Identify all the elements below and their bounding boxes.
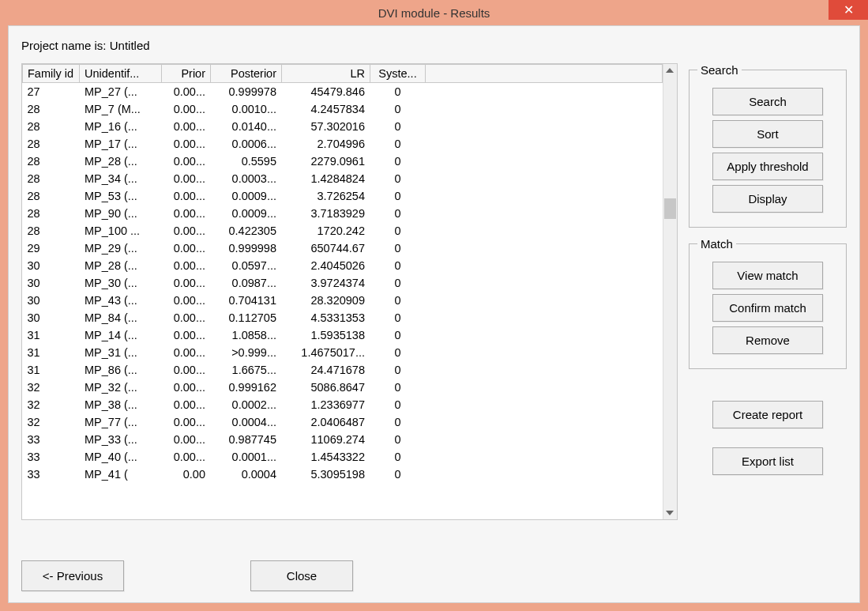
cell-prior: 0.00... [162,326,211,344]
cell-posterior: 0.0009... [211,187,282,205]
cell-posterior: 0.704131 [211,292,282,309]
cell-system: 0 [370,344,426,361]
cell-posterior: 0.0003... [211,170,282,187]
cell-prior: 0.00... [162,118,211,135]
cell-posterior: 0.0006... [211,135,282,153]
cell-unidentified: MP_34 (... [80,170,162,187]
cell-lr: 4.5331353 [282,309,370,326]
cell-system: 0 [370,309,426,326]
table-row[interactable]: 28MP_28 (...0.00...0.55952279.09610 [23,153,663,170]
export-list-button[interactable]: Export list [712,447,823,475]
col-family-id[interactable]: Family id [23,65,80,83]
cell-lr: 45479.846 [282,83,370,100]
table-row[interactable]: 33MP_33 (...0.00...0.98774511069.2740 [23,431,663,448]
cell-empty [426,431,663,448]
cell-prior: 0.00... [162,187,211,205]
cell-lr: 2.4045026 [282,257,370,274]
cell-unidentified: MP_32 (... [80,379,162,396]
create-report-button[interactable]: Create report [712,401,823,428]
cell-empty [426,344,663,361]
table-row[interactable]: 32MP_77 (...0.00...0.0004...2.04064870 [23,413,663,431]
table-row[interactable]: 33MP_41 (0.000.00045.30951980 [23,466,663,483]
window-body: Project name is: Untitled Family id Unid… [8,25,860,603]
sort-button[interactable]: Sort [712,120,823,148]
cell-unidentified: MP_90 (... [80,205,162,222]
table-row[interactable]: 28MP_16 (...0.00...0.0140...57.3020160 [23,118,663,135]
table-row[interactable]: 30MP_43 (...0.00...0.70413128.3209090 [23,292,663,309]
cell-unidentified: MP_27 (... [80,83,162,100]
table-row[interactable]: 32MP_38 (...0.00...0.0002...1.23369770 [23,396,663,413]
cell-unidentified: MP_77 (... [80,413,162,431]
table-row[interactable]: 31MP_86 (...0.00...1.6675...24.4716780 [23,361,663,379]
cell-system: 0 [370,222,426,239]
scroll-down-icon[interactable] [666,511,674,515]
cell-system: 0 [370,466,426,483]
cell-lr: 5.3095198 [282,466,370,483]
table-row[interactable]: 31MP_14 (...0.00...1.0858...1.59351380 [23,326,663,344]
search-legend: Search [697,63,742,77]
table-row[interactable]: 28MP_7 (M...0.00...0.0010...4.24578340 [23,100,663,118]
table-row[interactable]: 28MP_34 (...0.00...0.0003...1.42848240 [23,170,663,187]
table-row[interactable]: 27MP_27 (...0.00...0.99997845479.8460 [23,83,663,100]
search-button[interactable]: Search [712,88,823,115]
cell-lr: 1.4675017... [282,344,370,361]
cell-unidentified: MP_53 (... [80,187,162,205]
scroll-up-icon[interactable] [666,68,674,73]
col-system[interactable]: Syste... [370,65,426,83]
apply-threshold-button[interactable]: Apply threshold [712,153,823,180]
cell-prior: 0.00... [162,83,211,100]
cell-prior: 0.00... [162,135,211,153]
results-table[interactable]: Family id Unidentif... Prior Posterior L… [22,64,663,483]
cell-family-id: 28 [23,222,80,239]
cell-lr: 4.2457834 [282,100,370,118]
vertical-scrollbar[interactable] [663,64,677,519]
table-row[interactable]: 28MP_100 ...0.00...0.4223051720.2420 [23,222,663,239]
remove-button[interactable]: Remove [712,326,823,354]
cell-system: 0 [370,83,426,100]
cell-prior: 0.00... [162,239,211,257]
table-row[interactable]: 32MP_32 (...0.00...0.9991625086.86470 [23,379,663,396]
window-close-button[interactable]: ✕ [829,0,868,20]
cell-empty [426,448,663,466]
table-row[interactable]: 30MP_28 (...0.00...0.0597...2.40450260 [23,257,663,274]
cell-system: 0 [370,153,426,170]
table-row[interactable]: 33MP_40 (...0.00...0.0001...1.45433220 [23,448,663,466]
col-prior[interactable]: Prior [162,65,211,83]
table-row[interactable]: 30MP_84 (...0.00...0.1127054.53313530 [23,309,663,326]
cell-lr: 3.9724374 [282,274,370,292]
cell-prior: 0.00... [162,274,211,292]
table-row[interactable]: 30MP_30 (...0.00...0.0987...3.97243740 [23,274,663,292]
table-row[interactable]: 31MP_31 (...0.00...>0.999...1.4675017...… [23,344,663,361]
cell-empty [426,118,663,135]
view-match-button[interactable]: View match [712,262,823,289]
cell-family-id: 27 [23,83,80,100]
cell-lr: 2279.0961 [282,153,370,170]
col-lr[interactable]: LR [282,65,370,83]
cell-prior: 0.00... [162,413,211,431]
cell-lr: 3.7183929 [282,205,370,222]
table-row[interactable]: 29MP_29 (...0.00...0.999998650744.670 [23,239,663,257]
cell-family-id: 30 [23,309,80,326]
cell-system: 0 [370,257,426,274]
col-posterior[interactable]: Posterior [211,65,282,83]
cell-empty [426,292,663,309]
col-unidentified[interactable]: Unidentif... [80,65,162,83]
cell-empty [426,239,663,257]
previous-button[interactable]: <- Previous [21,560,124,591]
cell-prior: 0.00... [162,100,211,118]
table-row[interactable]: 28MP_90 (...0.00...0.0009...3.71839290 [23,205,663,222]
cell-empty [426,205,663,222]
cell-lr: 2.704996 [282,135,370,153]
cell-system: 0 [370,292,426,309]
cell-empty [426,100,663,118]
cell-empty [426,135,663,153]
cell-system: 0 [370,135,426,153]
cell-empty [426,413,663,431]
table-row[interactable]: 28MP_53 (...0.00...0.0009...3.7262540 [23,187,663,205]
close-button[interactable]: Close [250,560,353,591]
project-name-label: Project name is: Untitled [21,39,847,52]
confirm-match-button[interactable]: Confirm match [712,294,823,322]
scrollbar-thumb[interactable] [664,198,676,219]
table-row[interactable]: 28MP_17 (...0.00...0.0006...2.7049960 [23,135,663,153]
display-button[interactable]: Display [712,185,823,213]
